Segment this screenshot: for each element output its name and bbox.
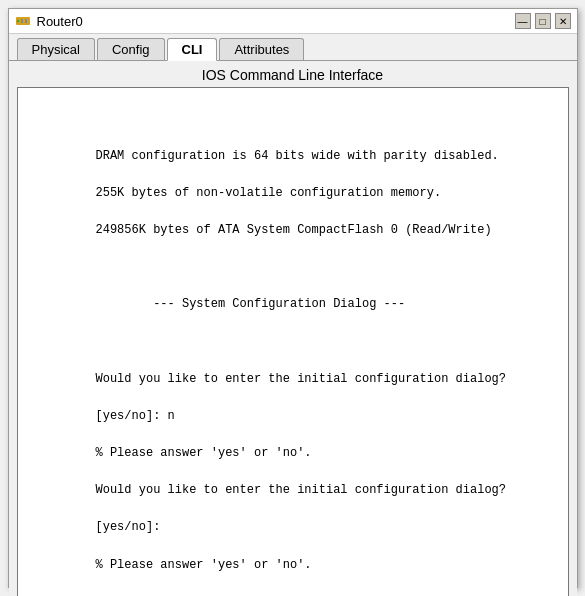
main-window: Router0 — □ ✕ Physical Config CLI Attrib…	[8, 8, 578, 588]
tab-bar: Physical Config CLI Attributes	[9, 34, 577, 61]
minimize-button[interactable]: —	[515, 13, 531, 29]
cli-line-12: % Please answer 'yes' or 'no'.	[96, 558, 312, 572]
cli-text-block: DRAM configuration is 64 bits wide with …	[24, 128, 562, 596]
cli-line-10: Would you like to enter the initial conf…	[96, 483, 506, 497]
tab-attributes[interactable]: Attributes	[219, 38, 304, 60]
content-area: IOS Command Line Interface DRAM configur…	[9, 61, 577, 596]
tab-physical[interactable]: Physical	[17, 38, 95, 60]
cli-line-8: [yes/no]: n	[96, 409, 175, 423]
svg-rect-2	[21, 19, 23, 23]
title-bar-left: Router0	[15, 13, 83, 29]
cli-line-9: % Please answer 'yes' or 'no'.	[96, 446, 312, 460]
cli-container: DRAM configuration is 64 bits wide with …	[17, 87, 569, 596]
cli-line-1: DRAM configuration is 64 bits wide with …	[96, 149, 499, 163]
cli-line-2: 255K bytes of non-volatile configuration…	[96, 186, 442, 200]
cli-line-3: 249856K bytes of ATA System CompactFlash…	[96, 223, 492, 237]
tab-cli[interactable]: CLI	[167, 38, 218, 61]
cli-output-scroll[interactable]: DRAM configuration is 64 bits wide with …	[18, 88, 568, 596]
title-bar-controls: — □ ✕	[515, 13, 571, 29]
section-title: IOS Command Line Interface	[9, 61, 577, 87]
cli-line-5: --- System Configuration Dialog ---	[96, 297, 406, 311]
cli-line-7: Would you like to enter the initial conf…	[96, 372, 506, 386]
svg-rect-3	[25, 19, 27, 23]
svg-point-1	[16, 20, 18, 22]
title-bar: Router0 — □ ✕	[9, 9, 577, 34]
window-title: Router0	[37, 14, 83, 29]
tab-config[interactable]: Config	[97, 38, 165, 60]
close-button[interactable]: ✕	[555, 13, 571, 29]
cli-line-11: [yes/no]:	[96, 520, 161, 534]
maximize-button[interactable]: □	[535, 13, 551, 29]
router-icon	[15, 13, 31, 29]
